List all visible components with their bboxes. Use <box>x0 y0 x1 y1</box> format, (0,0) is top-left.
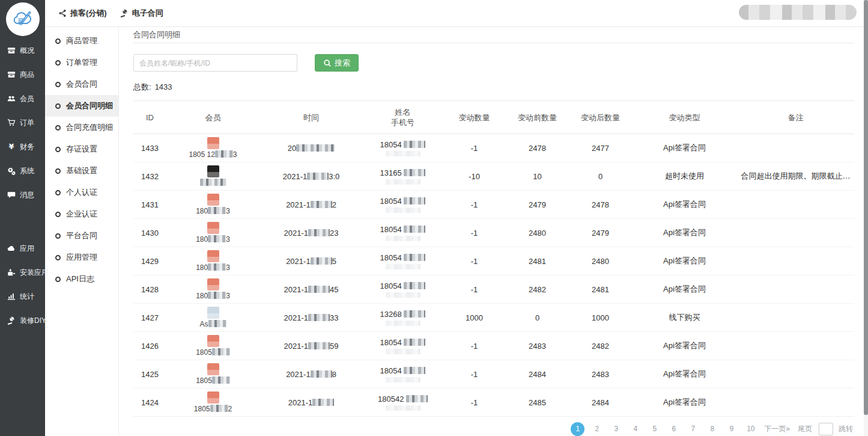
cell-change: -10 <box>443 162 506 191</box>
logo[interactable] <box>0 0 45 38</box>
cell-before: 2483 <box>506 332 569 360</box>
submenu-item-evidence-settings[interactable]: 存证设置 <box>45 138 118 160</box>
submenu-item-goods-manage[interactable]: 商品管理 <box>45 30 118 52</box>
submenu-item-app-manage[interactable]: 应用管理 <box>45 247 118 268</box>
phone-redacted: 13268 <box>365 310 440 319</box>
members-icon <box>7 94 16 103</box>
phone-redacted: 18054 <box>365 338 440 347</box>
jump-button[interactable]: 跳转 <box>839 424 853 434</box>
cell-after: 1000 <box>569 304 632 332</box>
page-6[interactable]: 6 <box>667 422 681 436</box>
submenu-item-platform-contract[interactable]: 平台合同 <box>45 225 118 247</box>
page-title: 合同合同明细 <box>133 29 180 40</box>
redacted-pixelation <box>208 320 226 327</box>
redacted-pixelation <box>311 257 332 265</box>
cell-change: -1 <box>443 247 506 275</box>
user-info-redacted[interactable] <box>739 5 857 20</box>
page-1[interactable]: 1 <box>571 422 584 436</box>
redacted-pixelation <box>404 339 425 346</box>
page-10[interactable]: 10 <box>744 422 757 436</box>
page-3[interactable]: 3 <box>609 422 623 436</box>
sidebar-item-finance[interactable]: ¥财务 <box>0 135 45 159</box>
submenu-item-basic-settings[interactable]: 基础设置 <box>45 160 118 182</box>
last-page-button[interactable]: 尾页 <box>797 424 813 434</box>
cell-name-phone: 18054 <box>363 134 443 162</box>
tab-econtract[interactable]: 电子合同 <box>120 8 163 19</box>
radio-circle-icon <box>55 277 61 282</box>
cell-id: 1427 <box>133 304 166 332</box>
sidebar-item-system[interactable]: 系统 <box>0 159 45 183</box>
cell-id: 1430 <box>133 219 166 247</box>
sidebar-item-orders[interactable]: 订单 <box>0 111 45 135</box>
jump-page-input[interactable] <box>819 423 833 435</box>
radio-circle-icon <box>55 125 61 130</box>
cell-note <box>737 275 854 304</box>
cell-note: 合同超出使用期限。期限截止… <box>737 162 854 191</box>
cell-before: 2484 <box>506 360 569 388</box>
column-header: 变动类型 <box>632 101 737 134</box>
cell-before: 2478 <box>506 134 569 162</box>
sidebar-item-label: 订单 <box>20 118 34 128</box>
redacted-pixelation <box>212 376 230 384</box>
submenu-item-member-contract-detail[interactable]: 会员合同明细 <box>45 95 118 117</box>
redacted-pixelation <box>386 292 420 298</box>
sidebar-item-members[interactable]: 会员 <box>0 87 45 111</box>
cell-member: 1803 <box>166 275 259 304</box>
cell-member: 1803 <box>166 219 259 247</box>
search-button[interactable]: 搜索 <box>315 54 359 72</box>
redacted-pixelation <box>386 321 420 326</box>
submenu-item-label: 合同充值明细 <box>66 122 113 133</box>
cell-id: 1433 <box>133 134 166 162</box>
submenu-item-contract-recharge-detail[interactable]: 合同充值明细 <box>45 117 118 138</box>
tab-tuike[interactable]: 推客(分销) <box>58 8 107 19</box>
tab-label: 电子合同 <box>132 8 163 19</box>
sidebar-item-overview[interactable]: 概况 <box>0 38 45 63</box>
submenu-item-label: 会员合同明细 <box>66 100 113 111</box>
submenu-item-api-log[interactable]: API日志 <box>45 268 118 290</box>
share-icon <box>58 9 67 17</box>
redacted-pixelation <box>208 207 226 214</box>
cloud-icon <box>7 244 16 253</box>
cell-type: Api签署合同 <box>632 388 737 417</box>
page-8[interactable]: 8 <box>705 422 719 436</box>
sidebar-item-install-apps[interactable]: 安装应用 <box>0 260 45 284</box>
vertical-scrollbar <box>864 0 868 436</box>
cell-member: 1805 123 <box>166 134 259 162</box>
submenu-item-enterprise-auth[interactable]: 企业认证 <box>45 203 118 225</box>
page-4[interactable]: 4 <box>628 422 642 436</box>
cell-type: Api签署合同 <box>632 219 737 247</box>
redacted-pixelation <box>404 282 425 289</box>
page-2[interactable]: 2 <box>590 422 604 436</box>
page-5[interactable]: 5 <box>648 422 661 436</box>
cell-id: 1432 <box>133 162 166 191</box>
submenu-item-personal-auth[interactable]: 个人认证 <box>45 182 118 203</box>
redacted-pixelation <box>311 201 332 208</box>
sidebar-item-goods[interactable]: 商品 <box>0 63 45 87</box>
cell-name-phone: 13165 <box>363 162 443 191</box>
scrollbar-thumb[interactable] <box>864 0 868 415</box>
sidebar-item-messages[interactable]: 消息 <box>0 183 45 207</box>
submenu-item-label: 商品管理 <box>66 35 97 46</box>
column-header: 姓名 手机号 <box>363 101 443 134</box>
submenu-item-order-manage[interactable]: 订单管理 <box>45 52 118 73</box>
submenu-item-label: 会员合同 <box>66 79 97 90</box>
sidebar-item-decorate-diy[interactable]: 装修DIY <box>0 309 45 333</box>
page-7[interactable]: 7 <box>686 422 700 436</box>
redacted-pixelation <box>200 179 226 186</box>
cell-before: 2485 <box>506 388 569 417</box>
sidebar-item-stats[interactable]: 统计 <box>0 284 45 309</box>
sidebar-item-apps[interactable]: 应用 <box>0 236 45 260</box>
table-row: 142518052021-1818054 -124842483Api签署合同 <box>133 360 854 388</box>
redacted-pixelation <box>386 207 420 213</box>
next-page-button[interactable]: 下一页» <box>763 424 791 434</box>
radio-circle-icon <box>55 190 61 195</box>
cell-type: Api签署合同 <box>632 360 737 388</box>
submenu-item-member-contract[interactable]: 会员合同 <box>45 73 118 95</box>
cell-name-phone: 18054 <box>363 275 443 304</box>
member-name-redacted: 1805 <box>169 376 257 385</box>
cell-id: 1429 <box>133 247 166 275</box>
topbar: 推客(分销)电子合同 <box>45 0 864 27</box>
table-row: 142818032021-14518054 -124822481Api签署合同 <box>133 275 854 304</box>
search-input[interactable] <box>133 54 297 72</box>
page-9[interactable]: 9 <box>724 422 738 436</box>
